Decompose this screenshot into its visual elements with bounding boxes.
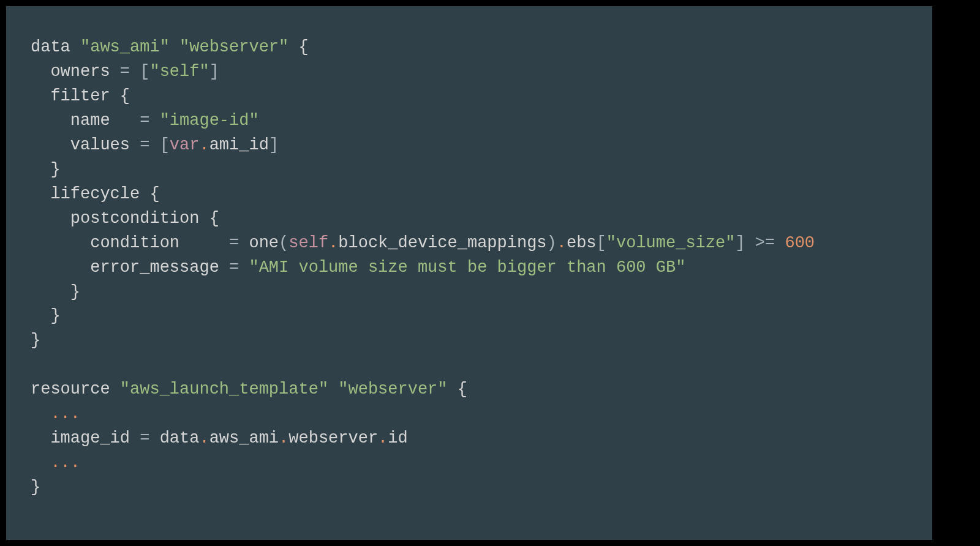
code-token: [31, 454, 50, 472]
code-line: ...: [31, 451, 914, 476]
code-token: one: [239, 234, 279, 252]
code-token: resource: [31, 380, 120, 398]
code-token: owners: [31, 62, 120, 81]
code-token: error_message: [31, 258, 229, 277]
code-line: lifecycle {: [31, 182, 914, 207]
code-token: .: [328, 234, 338, 252]
code-token: ]: [735, 234, 745, 252]
code-line: filter {: [31, 84, 914, 109]
code-token: =: [140, 111, 149, 130]
code-token: ...: [50, 405, 80, 423]
code-token: [149, 111, 159, 130]
code-token: id: [388, 429, 407, 447]
code-token: [: [597, 234, 606, 252]
code-token: ): [547, 234, 557, 252]
code-token: [: [140, 62, 149, 81]
code-line: data "aws_ami" "webserver" {: [31, 36, 914, 60]
code-token: condition: [31, 234, 229, 252]
code-line: condition = one(self.block_device_mappin…: [31, 231, 914, 256]
code-token: ebs: [567, 234, 597, 252]
code-token: name: [31, 111, 140, 130]
code-token: ]: [269, 136, 279, 154]
code-token: self: [288, 234, 328, 252]
code-token: .: [378, 429, 388, 447]
code-token: =: [140, 429, 149, 447]
code-token: data: [149, 429, 199, 447]
code-token: "aws_ami": [80, 38, 170, 56]
code-token: block_device_mappings: [338, 234, 546, 252]
code-token: =: [140, 136, 149, 154]
code-token: "webserver": [338, 380, 447, 398]
code-token: =: [229, 258, 239, 277]
code-token: "self": [149, 62, 209, 81]
code-token: webserver: [288, 429, 378, 447]
code-token: [239, 258, 249, 277]
code-line: values = [var.ami_id]: [31, 133, 914, 158]
code-token: [775, 234, 785, 252]
code-token: [130, 62, 140, 81]
code-token: [: [160, 136, 170, 154]
code-line: owners = ["self"]: [31, 60, 914, 84]
code-token: ami_id: [209, 136, 269, 154]
code-token: [745, 234, 755, 252]
code-token: "AMI volume size must be bigger than 600…: [249, 258, 685, 277]
code-line: }: [31, 329, 914, 353]
code-token: [149, 136, 159, 154]
code-token: }: [31, 331, 40, 350]
code-frame: data "aws_ami" "webserver" { owners = ["…: [0, 0, 980, 546]
code-token: ]: [209, 62, 219, 81]
code-line: }: [31, 304, 914, 329]
code-token: data: [31, 38, 80, 56]
code-line: }: [31, 280, 914, 305]
code-line: }: [31, 158, 914, 182]
code-token: >=: [755, 234, 775, 252]
code-token: }: [31, 160, 61, 179]
code-token: lifecycle {: [31, 185, 160, 203]
code-token: filter {: [31, 87, 130, 105]
code-line: ...: [31, 402, 914, 427]
code-line: error_message = "AMI volume size must be…: [31, 256, 914, 280]
code-token: .: [199, 429, 209, 447]
code-token: =: [229, 234, 239, 252]
code-token: image_id: [31, 429, 140, 447]
code-token: "image-id": [160, 111, 259, 130]
code-token: }: [31, 478, 40, 496]
code-token: aws_ami: [209, 429, 279, 447]
code-token: values: [31, 136, 140, 154]
code-line: postcondition {: [31, 207, 914, 231]
code-token: "webserver": [179, 38, 288, 56]
code-token: {: [448, 380, 467, 398]
code-token: [31, 405, 50, 423]
code-line: image_id = data.aws_ami.webserver.id: [31, 427, 914, 451]
code-block: data "aws_ami" "webserver" { owners = ["…: [6, 6, 932, 540]
code-token: "aws_launch_template": [120, 380, 328, 398]
code-token: =: [120, 62, 130, 81]
code-token: [170, 38, 179, 56]
code-token: .: [199, 136, 209, 154]
code-token: "volume_size": [606, 234, 736, 252]
code-token: }: [31, 283, 80, 301]
code-token: postcondition {: [31, 209, 219, 228]
code-token: [328, 380, 338, 398]
code-line: resource "aws_launch_template" "webserve…: [31, 378, 914, 402]
code-token: {: [288, 38, 308, 56]
code-token: 600: [785, 234, 815, 252]
code-token: .: [557, 234, 567, 252]
code-line: }: [31, 476, 914, 500]
code-token: .: [279, 429, 288, 447]
code-line: [31, 353, 914, 378]
code-token: }: [31, 307, 61, 325]
code-line: name = "image-id": [31, 109, 914, 133]
code-token: var: [170, 136, 200, 154]
code-token: ...: [50, 454, 80, 472]
code-token: (: [279, 234, 288, 252]
